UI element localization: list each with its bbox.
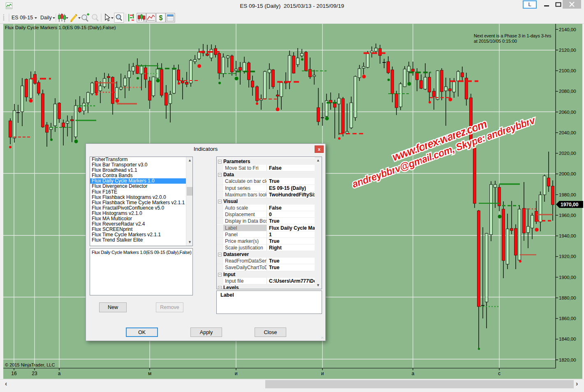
svg-text:16: 16 xyxy=(11,371,17,376)
svg-text:2020,00: 2020,00 xyxy=(559,151,576,156)
svg-text:2140,00: 2140,00 xyxy=(559,27,576,32)
svg-text:1920,00: 1920,00 xyxy=(559,254,576,259)
svg-text:Next event is a Phase 3 in 1-d: Next event is a Phase 3 in 1-days 3-hrs xyxy=(474,33,552,38)
svg-text:1860,00: 1860,00 xyxy=(559,316,576,321)
svg-text:2040,00: 2040,00 xyxy=(559,130,576,135)
svg-text:at 2015/10/05 0:15:00: at 2015/10/05 0:15:00 xyxy=(474,39,517,44)
svg-text:а: а xyxy=(412,371,415,376)
svg-text:2120,00: 2120,00 xyxy=(559,48,576,53)
svg-text:1840,00: 1840,00 xyxy=(559,337,576,341)
svg-text:© 2015 NinjaTrader, LLC: © 2015 NinjaTrader, LLC xyxy=(5,362,55,367)
svg-text:1970,00: 1970,00 xyxy=(561,202,579,208)
svg-text:23: 23 xyxy=(32,371,37,376)
svg-text:2060,00: 2060,00 xyxy=(559,110,576,115)
svg-text:Flux Daily Cycle Markers 1.0(E: Flux Daily Cycle Markers 1.0(ES 09-15 (D… xyxy=(5,25,116,30)
svg-text:1820,00: 1820,00 xyxy=(559,357,576,362)
svg-text:2000,00: 2000,00 xyxy=(559,171,576,176)
svg-text:а: а xyxy=(58,371,61,376)
svg-text:м: м xyxy=(148,371,151,376)
svg-text:1880,00: 1880,00 xyxy=(559,295,576,300)
svg-text:$: $ xyxy=(159,14,163,21)
svg-text:1980,00: 1980,00 xyxy=(559,192,576,197)
svg-text:и: и xyxy=(321,371,324,376)
svg-text:2080,00: 2080,00 xyxy=(559,89,576,94)
svg-text:1940,00: 1940,00 xyxy=(559,233,576,238)
svg-text:1900,00: 1900,00 xyxy=(559,275,576,280)
svg-text:и: и xyxy=(235,371,238,376)
svg-text:1960,00: 1960,00 xyxy=(559,213,576,218)
svg-text:2100,00: 2100,00 xyxy=(559,68,576,73)
svg-text:с: с xyxy=(498,371,501,376)
